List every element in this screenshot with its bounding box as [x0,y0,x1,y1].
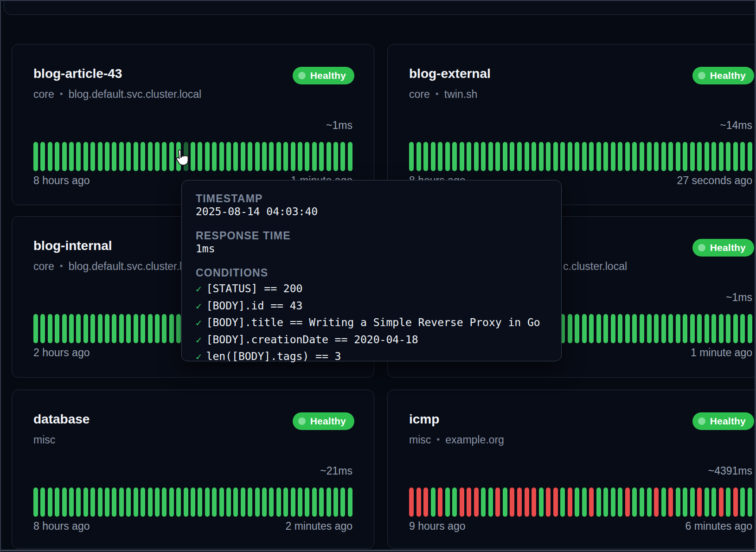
uptime-bar[interactable] [683,488,687,517]
uptime-bar[interactable] [575,488,579,517]
uptime-bar[interactable] [327,142,331,171]
uptime-bar[interactable] [676,142,680,171]
uptime-bar[interactable] [719,314,724,343]
uptime-bar[interactable] [141,488,145,517]
uptime-bar[interactable] [283,488,288,517]
uptime-bar[interactable] [640,488,644,517]
uptime-bar[interactable] [298,488,302,517]
uptime-bar[interactable] [618,142,622,171]
uptime-bar[interactable] [423,488,428,517]
uptime-bar[interactable] [409,142,414,171]
uptime-bar[interactable] [460,142,464,171]
uptime-bar[interactable] [560,142,565,171]
uptime-bar[interactable] [596,142,601,171]
uptime-bar[interactable] [510,488,514,517]
uptime-bar[interactable] [603,142,608,171]
uptime-bar[interactable] [233,142,238,171]
uptime-bar[interactable] [269,488,274,517]
uptime-bar[interactable] [40,314,45,343]
uptime-bar[interactable] [40,488,45,517]
uptime-bar[interactable] [697,142,702,171]
uptime-bar[interactable] [740,314,745,343]
uptime-bar[interactable] [632,142,637,171]
uptime-bar[interactable] [582,142,587,171]
uptime-bar[interactable] [126,314,131,343]
uptime-bar[interactable] [55,314,59,343]
uptime-bar[interactable] [733,142,738,171]
uptime-bar[interactable] [539,488,544,517]
uptime-bar[interactable] [205,488,210,517]
uptime-bar[interactable] [668,142,673,171]
uptime-bar[interactable] [525,142,529,171]
uptime-bar[interactable] [711,488,716,517]
uptime-bar[interactable] [155,488,160,517]
uptime-bar[interactable] [340,488,345,517]
uptime-bar[interactable] [517,488,522,517]
uptime-bar[interactable] [654,142,659,171]
uptime-bar[interactable] [98,488,103,517]
uptime-bar[interactable] [112,488,116,517]
uptime-bar[interactable] [226,142,231,171]
uptime-bar[interactable] [748,142,752,171]
uptime-bar[interactable] [438,488,442,517]
uptime-bar[interactable] [148,488,153,517]
uptime-bar[interactable] [611,142,615,171]
uptime-bar[interactable] [618,488,622,517]
uptime-bar[interactable] [510,142,514,171]
uptime-bar[interactable] [452,488,457,517]
uptime-bar[interactable] [262,488,267,517]
uptime-bar[interactable] [431,488,436,517]
uptime-bar[interactable] [632,488,637,517]
uptime-bar[interactable] [319,488,324,517]
uptime-bar[interactable] [560,488,565,517]
uptime-bar[interactable] [141,314,145,343]
uptime-bar[interactable] [726,142,730,171]
uptime-bar[interactable] [632,314,637,343]
uptime-bar[interactable] [291,488,295,517]
uptime-bar[interactable] [654,488,659,517]
uptime-bar[interactable] [90,488,95,517]
uptime-bar[interactable] [690,314,695,343]
uptime-bar[interactable] [112,142,116,171]
uptime-bar[interactable] [112,314,116,343]
uptime-bar[interactable] [62,314,67,343]
uptime-bar[interactable] [416,142,421,171]
uptime-bar[interactable] [661,314,666,343]
uptime-bar[interactable] [676,488,680,517]
service-card-icmp[interactable]: icmpmisc•example.orgHealthy~4391ms9 hour… [387,390,756,549]
uptime-bar[interactable] [503,488,507,517]
uptime-bar[interactable] [711,314,716,343]
uptime-bar[interactable] [255,142,260,171]
uptime-bar[interactable] [582,488,587,517]
uptime-bar[interactable] [198,142,202,171]
uptime-bar[interactable] [740,488,745,517]
uptime-bar[interactable] [90,142,95,171]
uptime-bar[interactable] [48,488,52,517]
uptime-bar[interactable] [647,142,652,171]
uptime-bar[interactable] [733,314,738,343]
uptime-bar[interactable] [495,488,500,517]
uptime-bar[interactable] [683,314,687,343]
uptime-bar[interactable] [409,488,414,517]
uptime-bar[interactable] [155,142,160,171]
uptime-bar[interactable] [191,142,195,171]
uptime-bar[interactable] [452,142,457,171]
uptime-bar[interactable] [198,488,202,517]
uptime-bar[interactable] [618,314,622,343]
uptime-bar[interactable] [248,488,252,517]
uptime-bar[interactable] [319,142,324,171]
uptime-bar[interactable] [291,142,295,171]
uptime-bar[interactable] [134,314,138,343]
uptime-bar[interactable] [298,142,302,171]
uptime-bar[interactable] [33,488,38,517]
uptime-bar[interactable] [726,314,730,343]
uptime-bar[interactable] [517,142,522,171]
uptime-bar[interactable] [568,142,572,171]
uptime-bar[interactable] [340,142,345,171]
uptime-bar[interactable] [33,142,38,171]
uptime-bar[interactable] [654,314,659,343]
uptime-bar[interactable] [589,488,594,517]
uptime-bar[interactable] [219,142,224,171]
uptime-bar[interactable] [305,142,309,171]
uptime-bar[interactable] [276,488,281,517]
